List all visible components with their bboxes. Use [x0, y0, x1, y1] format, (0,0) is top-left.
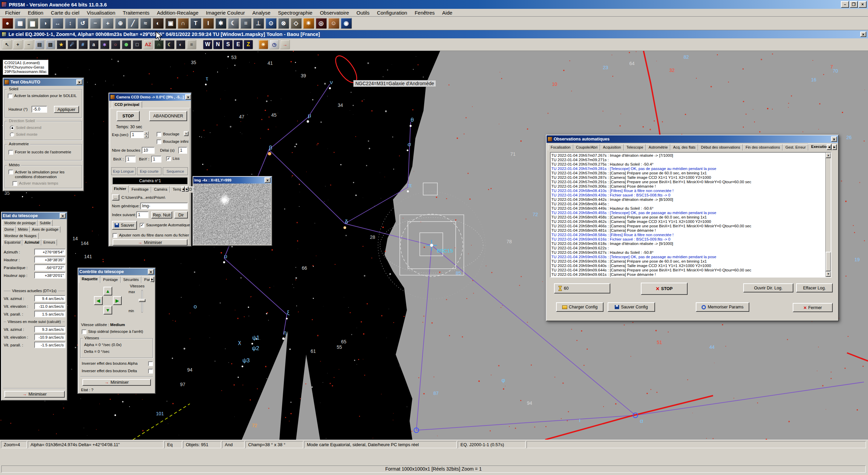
obs-tab-focalisation[interactable]: Focalisation	[548, 144, 573, 151]
menu-item[interactable]: Addition-Recalage	[153, 9, 202, 16]
biny-input[interactable]: 1	[151, 156, 161, 163]
camera-tabs-left-icon[interactable]: ◀	[181, 186, 185, 192]
sauvegarde-auto-checkbox[interactable]	[140, 223, 144, 228]
camera-tab[interactable]: Fenêtrage	[129, 186, 151, 193]
menu-item[interactable]: Spectrographie	[274, 9, 316, 16]
dome-icon[interactable]: ∩	[177, 18, 189, 29]
state-tab[interactable]: Axes de guidage	[30, 226, 60, 233]
obs-tab-coupole-abri[interactable]: Coupole/Abri	[573, 144, 600, 151]
preview-close-icon[interactable]: ×	[264, 177, 271, 183]
sun-sim-checkbox[interactable]	[8, 94, 13, 98]
control-tabs-right-icon[interactable]: ▶	[150, 277, 154, 282]
charger-config-button[interactable]: Charger Config	[556, 302, 604, 312]
obs-tabs-right-icon[interactable]: ▶	[832, 144, 837, 150]
soleil-monte-radio[interactable]	[10, 132, 14, 137]
observations-close-icon[interactable]: ×	[831, 136, 837, 142]
state-tab[interactable]: Dome	[2, 226, 16, 233]
obs-tab-gest-erreur[interactable]: Gest. Erreur	[783, 144, 808, 151]
state-close-icon[interactable]: ×	[60, 213, 66, 218]
histogram-icon[interactable]: ▆	[27, 18, 38, 29]
menu-item[interactable]: Configuration	[373, 9, 411, 16]
exp-spinner[interactable]: ▲▼	[144, 131, 149, 138]
obsauto-close-icon[interactable]: ×	[76, 79, 82, 85]
window-telescope-state[interactable]: Etat du télescope × Modèle de pointageSu…	[1, 212, 67, 401]
control-close-icon[interactable]: ×	[148, 269, 154, 274]
horizon-icon[interactable]: ∩	[154, 40, 164, 49]
minimize-button[interactable]: –	[841, 1, 849, 8]
flip-vertical-icon[interactable]: ↕	[64, 18, 76, 29]
preview-titlebar[interactable]: Img -4x : X=81,Y=999 ×	[193, 177, 272, 184]
tools-icon[interactable]: ⊗	[278, 18, 289, 29]
index-suivant-input[interactable]: 1	[136, 211, 149, 218]
rotate-icon[interactable]: ↺	[77, 18, 88, 29]
obs-tab-astrom-trie[interactable]: Astrométrie	[646, 144, 670, 151]
window-camera-ccd[interactable]: Camera CCD Demo -> 0.0°C [9% , -5...] × …	[108, 93, 192, 247]
chart-icon[interactable]: ▧	[45, 40, 55, 49]
night-mode-icon[interactable]: ☾	[165, 40, 175, 49]
state-tab[interactable]: Azimutal	[22, 239, 41, 246]
obsauto-titlebar[interactable]: Test ObsAUTO ×	[3, 78, 83, 86]
eclipse-icon[interactable]: ◐	[152, 18, 164, 29]
control-minimiser-button[interactable]: →Minimiser	[82, 379, 151, 386]
liss-checkbox[interactable]	[166, 156, 171, 161]
blink-icon[interactable]: ◐	[176, 40, 185, 49]
close-button[interactable]: ×	[859, 1, 867, 8]
ccd-image[interactable]	[193, 184, 271, 245]
window-ccd-preview[interactable]: Img -4x : X=81,Y=999 ×	[193, 176, 272, 246]
compass-e-button[interactable]: E	[234, 40, 243, 49]
sky-close-icon[interactable]: ×	[860, 32, 866, 37]
slew-west-button[interactable]: ◀	[94, 296, 103, 305]
deep-sky-icon[interactable]: ○	[111, 40, 120, 49]
obs-tab-d-but-des-observations[interactable]: Début des observations	[698, 144, 743, 151]
meteo-sim-checkbox[interactable]	[8, 170, 13, 174]
settings-icon[interactable]: ≡	[186, 40, 196, 49]
observations-titlebar[interactable]: Observations automatiques ×	[547, 135, 838, 143]
pointer-icon[interactable]: ↖	[2, 40, 12, 49]
menu-item[interactable]: Aide	[438, 9, 456, 16]
comet-icon[interactable]: ☄	[67, 40, 77, 49]
state-tab[interactable]: Equatorial	[2, 239, 22, 246]
labels-icon[interactable]: a	[89, 40, 99, 49]
fermer-button[interactable]: ×Fermer	[793, 303, 833, 312]
exp-courte-button[interactable]: Exp courte	[137, 167, 161, 175]
soleil-descend-radio[interactable]	[10, 126, 14, 130]
camera-stop-button[interactable]: STOP	[117, 111, 140, 121]
obs-tab-telescope[interactable]: Telescope	[624, 144, 646, 151]
effacer-log-button[interactable]: Effacer Log.	[796, 283, 833, 292]
log-scrollbar[interactable]: ▲ ▼	[825, 153, 831, 277]
az-eq-toggle-icon[interactable]: AZ	[143, 40, 153, 49]
camera-minimiser-button[interactable]: →Minimiser	[113, 239, 188, 246]
camera-tab[interactable]: Caméra	[151, 186, 170, 193]
obs-tab-acq-des-flats[interactable]: Acq. des flats	[670, 144, 698, 151]
log-area[interactable]: TU 2022-01-04 20h57m07.267s : Image d'it…	[550, 152, 831, 278]
nbre-boucles-input[interactable]: 10	[142, 147, 155, 154]
user-icon[interactable]: ☺	[328, 18, 339, 29]
solar-system-icon[interactable]: ☀	[258, 40, 268, 49]
window-telescope-control[interactable]: Contrôle du télescope × RaquettePointage…	[78, 268, 156, 394]
ouvrir-dir-log-button[interactable]: Ouvrir Dir. Log.	[743, 283, 793, 292]
flip-horizontal-icon[interactable]: ↔	[52, 18, 63, 29]
focuser-icon[interactable]: I	[202, 18, 214, 29]
scroll-thumb[interactable]	[826, 252, 831, 271]
telescope-icon[interactable]: T	[190, 18, 201, 29]
state-tab[interactable]: Erreurs	[41, 239, 57, 246]
browse-button[interactable]: ...	[112, 194, 119, 201]
menu-item[interactable]: Traitements	[119, 9, 153, 16]
sauver-button[interactable]: Sauver	[112, 221, 137, 230]
zoom-out-icon[interactable]: −	[90, 18, 101, 29]
bouclage-infini-checkbox[interactable]	[157, 139, 161, 144]
sequence-button[interactable]: Sequence	[163, 167, 188, 175]
menu-item[interactable]: Analyse	[249, 9, 274, 16]
center-target-icon[interactable]: ⊕	[121, 40, 131, 49]
appliquer-button[interactable]: Appliquer	[54, 106, 79, 113]
status-eq[interactable]: Eq	[164, 441, 182, 448]
compass-w-button[interactable]: W	[203, 40, 212, 49]
rep-nuit-button[interactable]: Rep. Nuit	[151, 211, 172, 218]
menu-item[interactable]: Edition	[24, 9, 47, 16]
zoom-out-icon[interactable]: −	[24, 40, 34, 49]
blur-icon[interactable]: ≈	[140, 18, 151, 29]
globe-icon[interactable]: ⊙	[265, 18, 277, 29]
nom-generique-input[interactable]: Img-	[140, 203, 188, 209]
menu-item[interactable]: Outils	[353, 9, 373, 16]
compass-z-button[interactable]: Z	[244, 40, 253, 49]
